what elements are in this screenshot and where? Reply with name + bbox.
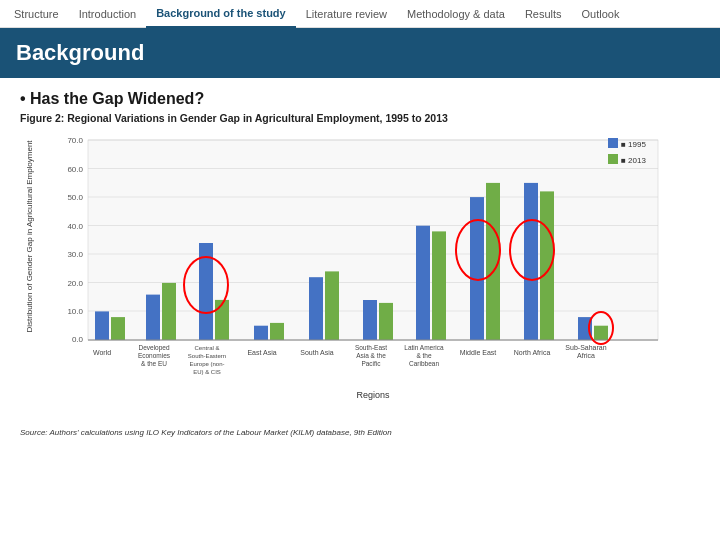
nav-item-literature-review[interactable]: Literature review (296, 0, 397, 28)
svg-text:40.0: 40.0 (67, 222, 83, 231)
svg-rect-28 (379, 303, 393, 340)
svg-rect-22 (215, 300, 229, 340)
svg-text:Economies: Economies (138, 352, 171, 359)
svg-text:South-Eastern: South-Eastern (188, 353, 226, 359)
svg-text:70.0: 70.0 (67, 136, 83, 145)
svg-rect-17 (95, 311, 109, 340)
svg-text:Sub-Saharan: Sub-Saharan (565, 344, 606, 351)
svg-rect-36 (594, 326, 608, 340)
section-bullet: • Has the Gap Widened? (20, 90, 700, 108)
svg-text:Regions: Regions (356, 390, 390, 400)
svg-rect-18 (111, 317, 125, 340)
svg-rect-23 (254, 326, 268, 340)
svg-text:Asia & the: Asia & the (356, 352, 386, 359)
svg-text:EU) & CIS: EU) & CIS (193, 369, 221, 375)
nav-item-introduction[interactable]: Introduction (69, 0, 146, 28)
chart-wrapper: Distribution of Gender Gap in Agricultur… (20, 130, 700, 424)
svg-text:60.0: 60.0 (67, 165, 83, 174)
svg-text:Europe (non-: Europe (non- (189, 361, 224, 367)
source-text: Source: Authors' calculations using ILO … (20, 428, 700, 437)
svg-text:■ 1995: ■ 1995 (621, 140, 646, 149)
svg-rect-33 (524, 183, 538, 340)
svg-text:& the EU: & the EU (141, 360, 167, 367)
svg-text:& the: & the (416, 352, 432, 359)
y-axis-label: Distribution of Gender Gap in Agricultur… (25, 222, 34, 332)
svg-rect-61 (608, 154, 618, 164)
svg-text:■ 2013: ■ 2013 (621, 156, 646, 165)
chart-svg: 70.0 60.0 50.0 40.0 30.0 20.0 10.0 0.0 (38, 130, 678, 420)
top-navigation: StructureIntroductionBackground of the s… (0, 0, 720, 28)
svg-rect-29 (416, 226, 430, 340)
y-axis-label-container: Distribution of Gender Gap in Agricultur… (20, 130, 38, 424)
svg-text:World: World (93, 349, 111, 356)
header-title: Background (16, 40, 144, 66)
svg-text:East Asia: East Asia (247, 349, 276, 356)
svg-text:South Asia: South Asia (300, 349, 334, 356)
svg-rect-19 (146, 295, 160, 341)
svg-rect-31 (470, 197, 484, 340)
svg-text:0.0: 0.0 (72, 335, 84, 344)
svg-text:20.0: 20.0 (67, 279, 83, 288)
chart-area: 70.0 60.0 50.0 40.0 30.0 20.0 10.0 0.0 (38, 130, 700, 424)
svg-rect-26 (325, 271, 339, 340)
svg-text:Caribbean: Caribbean (409, 360, 439, 367)
svg-text:30.0: 30.0 (67, 250, 83, 259)
main-content: • Has the Gap Widened? Figure 2: Regiona… (0, 78, 720, 445)
svg-text:10.0: 10.0 (67, 307, 83, 316)
svg-rect-30 (432, 231, 446, 340)
svg-rect-27 (363, 300, 377, 340)
svg-text:South-East: South-East (355, 344, 387, 351)
svg-text:Latin America: Latin America (404, 344, 444, 351)
svg-text:Developed: Developed (138, 344, 169, 352)
figure-caption: Figure 2: Regional Variations in Gender … (20, 112, 700, 124)
svg-rect-59 (608, 138, 618, 148)
nav-item-background-of-the-study[interactable]: Background of the study (146, 0, 296, 28)
nav-item-structure[interactable]: Structure (4, 0, 69, 28)
nav-item-methodology-&-data[interactable]: Methodology & data (397, 0, 515, 28)
svg-rect-25 (309, 277, 323, 340)
header-band: Background (0, 28, 720, 78)
svg-text:North Africa: North Africa (514, 349, 551, 356)
svg-rect-20 (162, 283, 176, 340)
svg-text:Africa: Africa (577, 352, 595, 359)
svg-text:Pacific: Pacific (361, 360, 381, 367)
svg-rect-24 (270, 323, 284, 340)
svg-text:Central &: Central & (194, 345, 219, 351)
svg-text:50.0: 50.0 (67, 193, 83, 202)
nav-item-outlook[interactable]: Outlook (572, 0, 630, 28)
svg-text:Middle East: Middle East (460, 349, 497, 356)
nav-item-results[interactable]: Results (515, 0, 572, 28)
